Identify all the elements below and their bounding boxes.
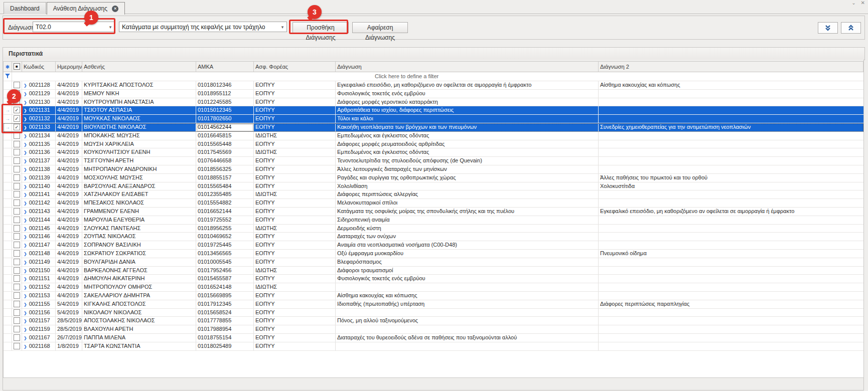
cell-diagnosis2[interactable] (599, 309, 863, 317)
grid-row-0021146[interactable]: ❯00211464/4/2019ΖΟΥΠΑΣ ΝΙΚΟΛΑΟΣ010104696… (4, 233, 863, 241)
expand-row-icon[interactable]: ❯ (24, 302, 27, 307)
cell-diagnosis[interactable]: Διαταραχές των ονύχων (336, 233, 599, 241)
cell-insurer[interactable]: ΕΟΠΥΥ (254, 300, 336, 309)
cell-amka[interactable]: 01018955112 (196, 90, 254, 98)
cell-date[interactable]: 4/4/2019 (56, 190, 82, 199)
cell-insurer[interactable]: ΕΟΠΥΥ (254, 106, 336, 115)
row-checkbox-cell[interactable] (12, 275, 22, 283)
grid-row-0021151[interactable]: ❯00211514/4/2019ΔΗΜΟΥΛΗ ΑΙΚΑΤΕΡΙΝΗ010154… (4, 275, 863, 283)
grid-row-0021152[interactable]: ❯00211524/4/2019ΜΗΤΡΟΠΟΥΛΟΥ ΟΜΗΡΟΣ010165… (4, 283, 863, 292)
row-checkbox[interactable] (14, 208, 20, 215)
cell-insurer[interactable]: ΕΟΠΥΥ (254, 325, 336, 334)
row-checkbox[interactable] (14, 242, 20, 248)
cell-diagnosis2[interactable] (599, 157, 863, 165)
cell-amka[interactable]: 01019725445 (196, 241, 254, 250)
row-checkbox-cell[interactable] (12, 233, 22, 241)
grid-row-0021131[interactable]: →✓❯00211314/4/2019ΤΣΙΟΤΟΥ ΑΣΠΑΣΙΑ0101501… (4, 106, 863, 115)
cell-date[interactable]: 4/4/2019 (56, 174, 82, 182)
cell-diagnosis[interactable]: Διάφοροι τραυματισμοί (336, 267, 599, 275)
cell-patient[interactable]: ΑΠΟΣΤΟΛΑΚΗΣ ΝΙΚΟΛΑΟΣ (82, 317, 196, 325)
cell-date[interactable]: 4/4/2019 (56, 292, 82, 300)
cell-diagnosis[interactable]: Διάφορες μορφές ρευματοειδούς αρθρίτιδας (336, 140, 599, 149)
expand-row-icon[interactable]: ❯ (24, 83, 27, 88)
cell-patient[interactable]: ΜΟΣΧΟΥΛΗΣ ΜΩΥΣΗΣ (82, 174, 196, 182)
row-checkbox-checked[interactable]: ✓ (14, 107, 20, 113)
tab-dashboard[interactable]: Dashboard (4, 2, 46, 14)
cell-code[interactable]: ❯0021155 (22, 300, 56, 309)
cell-insurer[interactable]: ΕΟΠΥΥ (254, 233, 336, 241)
row-checkbox-cell[interactable] (12, 216, 22, 225)
expand-row-icon[interactable]: ❯ (24, 227, 27, 231)
cell-code[interactable]: ❯0021143 (22, 208, 56, 216)
cell-diagnosis[interactable]: Διάφορες περιπτώσεις αλλεργίας (336, 190, 599, 199)
cell-diagnosis[interactable] (336, 325, 599, 334)
cell-insurer[interactable]: ΙΔΙΩΤΗΣ (254, 148, 336, 157)
cell-amka[interactable]: 01015554882 (196, 199, 254, 208)
expand-row-icon[interactable]: ❯ (24, 344, 27, 349)
row-checkbox[interactable] (14, 259, 20, 265)
row-checkbox-cell[interactable] (12, 182, 22, 191)
row-checkbox-checked[interactable]: ✓ (14, 124, 20, 130)
cell-patient[interactable]: ΣΛΟΥΚΑΣ ΠΑΝΤΕΛΗΣ (82, 225, 196, 233)
row-checkbox[interactable] (14, 225, 20, 232)
row-checkbox-cell[interactable] (12, 300, 22, 309)
grid-row-0021128[interactable]: ❯00211284/4/2019ΚΥΡΙΤΣΑΚΗΣ ΑΠΟΣΤΟΛΟΣ0101… (4, 81, 863, 90)
cell-diagnosis[interactable] (336, 283, 599, 292)
grid-row-0021168[interactable]: ❯00211681/8/2019ΤΣΑΡΤΑ ΚΩΝΣΤΑΝΤΙΑ0101802… (4, 342, 863, 351)
grid-row-0021150[interactable]: ❯00211504/4/2019ΒΑΡΚΕΛΟΝΗΣ ΑΓΓΕΛΟΣ010179… (4, 267, 863, 275)
grid-row-0021137[interactable]: ❯00211374/4/2019ΤΣΙΓΓΟΥΝΗ ΑΡΕΤΗ010764466… (4, 157, 863, 165)
row-checkbox-cell[interactable] (12, 81, 22, 90)
cell-patient[interactable]: ΜΩΥΣΗ ΧΑΡΙΚΛΕΙΑ (82, 140, 196, 149)
cell-amka[interactable]: 01015012345 (196, 106, 254, 115)
row-checkbox[interactable] (14, 343, 20, 349)
cell-amka[interactable]: 01017912345 (196, 300, 254, 309)
cell-amka[interactable]: 01013456565 (196, 250, 254, 258)
cell-diagnosis[interactable]: Κατάγματα της οσφυϊκής μοίρας της σπονδυ… (336, 208, 599, 216)
cell-amka[interactable]: 01016652144 (196, 208, 254, 216)
grid-row-0021133[interactable]: →✓❯00211334/4/2019ΒΙΟΥΛΙΩΤΗΣ ΝΙΚΟΛΑΟΣ010… (4, 123, 863, 132)
grid-row-0021135[interactable]: ❯00211354/4/2019ΜΩΥΣΗ ΧΑΡΙΚΛΕΙΑ010155654… (4, 140, 863, 149)
cell-code[interactable]: ❯0021144 (22, 216, 56, 225)
row-checkbox-cell[interactable] (12, 208, 22, 216)
cell-amka[interactable]: 01018755154 (196, 334, 254, 342)
cell-diagnosis2[interactable]: Διάφορες περιπτώσεις παραπληγίας (599, 300, 863, 309)
row-checkbox-cell[interactable] (12, 317, 22, 325)
cell-code[interactable]: ❯0021168 (22, 342, 56, 351)
cell-diagnosis2[interactable] (599, 317, 863, 325)
grid-row-0021130[interactable]: ❯00211304/4/2019ΚΟΥΤΡΟΥΜΠΗ ΑΝΑΣΤΑΣΙΑ0101… (4, 98, 863, 107)
cell-diagnosis2[interactable] (599, 334, 863, 342)
cell-insurer[interactable]: ΕΟΠΥΥ (254, 157, 336, 165)
cell-amka[interactable]: 01018556325 (196, 165, 254, 174)
cell-amka[interactable]: 01017988954 (196, 325, 254, 334)
cell-patient[interactable]: ΜΗΤΡΟΠΑΝΟΥ ΑΝΔΡΟΝΙΚΗ (82, 165, 196, 174)
cell-code[interactable]: ❯0021149 (22, 258, 56, 267)
cell-diagnosis[interactable]: Κακοήθη νεοπλάσματα των βρόγχων και των … (336, 123, 599, 132)
cell-insurer[interactable]: ΙΔΙΩΤΗΣ (254, 190, 336, 199)
cell-date[interactable]: 4/4/2019 (56, 233, 82, 241)
cell-insurer[interactable]: ΕΟΠΥΥ (254, 334, 336, 342)
cell-diagnosis[interactable]: Εμπεδωμένος και έγκλειστος οδόντας (336, 148, 599, 157)
row-checkbox[interactable] (14, 141, 20, 147)
row-checkbox-cell[interactable] (12, 157, 22, 165)
cell-diagnosis2[interactable] (599, 258, 863, 267)
cell-amka[interactable]: 01015669895 (196, 292, 254, 300)
row-checkbox-cell[interactable] (12, 342, 22, 351)
cell-code[interactable]: ❯0021134 (22, 132, 56, 140)
cell-diagnosis2[interactable] (599, 190, 863, 199)
expand-row-icon[interactable]: ❯ (24, 167, 27, 172)
cell-date[interactable]: 4/4/2019 (56, 157, 82, 165)
cell-patient[interactable]: ΚΟΥΤΡΟΥΜΠΗ ΑΝΑΣΤΑΣΙΑ (82, 98, 196, 107)
row-checkbox-cell[interactable] (12, 325, 22, 334)
cell-insurer[interactable]: ΕΟΠΥΥ (254, 317, 336, 325)
expand-row-icon[interactable]: ❯ (24, 92, 27, 96)
expand-row-icon[interactable]: ❯ (24, 134, 27, 138)
cell-date[interactable]: 4/4/2019 (56, 182, 82, 191)
row-checkbox-cell[interactable]: ✓ (12, 115, 22, 123)
cell-diagnosis[interactable]: Πόνος, μη αλλού ταξινομούμενος (336, 317, 599, 325)
cell-diagnosis[interactable]: Εγκεφαλικό επεισόδιο, μη καθοριζόμενο αν… (336, 81, 599, 90)
cell-diagnosis2[interactable] (599, 325, 863, 334)
cell-diagnosis2[interactable] (599, 90, 863, 98)
cell-date[interactable]: 5/4/2019 (56, 300, 82, 309)
cell-insurer[interactable]: ΕΟΠΥΥ (254, 123, 336, 132)
cell-patient[interactable]: ΤΣΙΓΓΟΥΝΗ ΑΡΕΤΗ (82, 157, 196, 165)
